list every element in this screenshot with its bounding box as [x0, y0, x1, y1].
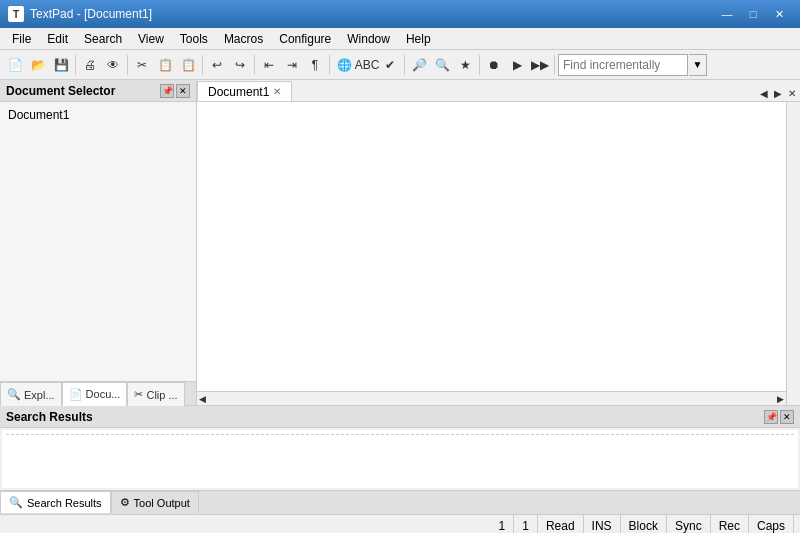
play-all-button[interactable]: ▶▶ — [529, 54, 551, 76]
menu-item-view[interactable]: View — [130, 30, 172, 48]
app-icon: T — [8, 6, 24, 22]
toolbar-sep-4 — [254, 55, 255, 75]
save-button[interactable]: 💾 — [50, 54, 72, 76]
editor-close-button[interactable]: ✕ — [786, 86, 798, 101]
search-results-section: Search Results 📌 ✕ — [0, 405, 800, 488]
editor-scrollbar-vertical[interactable] — [786, 102, 800, 405]
paste-button[interactable]: 📋 — [177, 54, 199, 76]
toolbar-sep-1 — [75, 55, 76, 75]
search-results-tab-icon: 🔍 — [9, 496, 23, 509]
sidebar-content: Document1 — [0, 102, 196, 381]
document-tab[interactable]: Document1 ✕ — [197, 81, 292, 101]
editor-scrollbar-horizontal[interactable]: ◀ ▶ — [197, 391, 786, 405]
status-sync: Sync — [667, 515, 711, 533]
search-results-title: Search Results — [6, 410, 93, 424]
menu-item-window[interactable]: Window — [339, 30, 398, 48]
main-area: Document Selector 📌 ✕ Document1 🔍 Expl..… — [0, 80, 800, 405]
tab-scroll-right[interactable]: ▶ — [772, 86, 784, 101]
copy-button[interactable]: 📋 — [154, 54, 176, 76]
sidebar-header: Document Selector 📌 ✕ — [0, 80, 196, 102]
status-line: 1 — [491, 515, 515, 533]
clips-icon: ✂ — [134, 388, 143, 401]
find-down-button[interactable]: ▼ — [689, 54, 707, 76]
title-bar: T TextPad - [Document1] — □ ✕ — [0, 0, 800, 28]
app-title: TextPad - [Document1] — [30, 7, 708, 21]
open-button[interactable]: 📂 — [27, 54, 49, 76]
search-results-controls: 📌 ✕ — [764, 410, 794, 424]
editor-content: ◀ ▶ — [197, 102, 800, 405]
check-button[interactable]: ✔ — [379, 54, 401, 76]
status-bar: 1 1 Read INS Block Sync Rec Caps — [0, 514, 800, 533]
menu-item-search[interactable]: Search — [76, 30, 130, 48]
list-item[interactable]: Document1 — [4, 106, 192, 124]
bookmark-button[interactable]: ★ — [454, 54, 476, 76]
toolbar-sep-5 — [329, 55, 330, 75]
status-caps: Caps — [749, 515, 794, 533]
search-results-header: Search Results 📌 ✕ — [0, 406, 800, 428]
search-results-pin-button[interactable]: 📌 — [764, 410, 778, 424]
scroll-right-arrow[interactable]: ▶ — [777, 394, 784, 404]
para-button[interactable]: ¶ — [304, 54, 326, 76]
sidebar-close-button[interactable]: ✕ — [176, 84, 190, 98]
status-block: Block — [621, 515, 667, 533]
toolbar-sep-2 — [127, 55, 128, 75]
status-ins: INS — [584, 515, 621, 533]
bottom-tabs: 🔍 Search Results ⚙ Tool Output — [0, 490, 800, 514]
explorer-icon: 🔍 — [7, 388, 21, 401]
bottom-tab-search-results[interactable]: 🔍 Search Results — [0, 491, 111, 513]
search-toolbar-button[interactable]: 🔎 — [408, 54, 430, 76]
toolbar-sep-3 — [202, 55, 203, 75]
title-controls: — □ ✕ — [714, 4, 792, 24]
cut-button[interactable]: ✂ — [131, 54, 153, 76]
sidebar-tab-documents-label: Docu... — [86, 388, 121, 400]
record-button[interactable]: ⏺ — [483, 54, 505, 76]
toolbar-sep-8 — [554, 55, 555, 75]
menu-item-file[interactable]: File — [4, 30, 39, 48]
editor-area: Document1 ✕ ◀ ▶ ✕ ◀ ▶ — [197, 80, 800, 405]
status-read: Read — [538, 515, 584, 533]
search-results-close-button[interactable]: ✕ — [780, 410, 794, 424]
outdent-button[interactable]: ⇥ — [281, 54, 303, 76]
tool-output-tab-label: Tool Output — [134, 497, 190, 509]
bottom-tab-tool-output[interactable]: ⚙ Tool Output — [111, 491, 199, 513]
menu-item-macros[interactable]: Macros — [216, 30, 271, 48]
undo-button[interactable]: ↩ — [206, 54, 228, 76]
document-tab-close[interactable]: ✕ — [273, 86, 281, 97]
sidebar-pin-button[interactable]: 📌 — [160, 84, 174, 98]
tool-output-tab-icon: ⚙ — [120, 496, 130, 509]
documents-icon: 📄 — [69, 388, 83, 401]
status-col: 1 — [514, 515, 538, 533]
toolbar-sep-7 — [479, 55, 480, 75]
sidebar-tab-documents[interactable]: 📄 Docu... — [62, 382, 128, 406]
menu-item-configure[interactable]: Configure — [271, 30, 339, 48]
menu-item-tools[interactable]: Tools — [172, 30, 216, 48]
maximize-button[interactable]: □ — [740, 4, 766, 24]
editor-textarea[interactable] — [201, 104, 786, 391]
search2-toolbar-button[interactable]: 🔍 — [431, 54, 453, 76]
search-results-tab-label: Search Results — [27, 497, 102, 509]
redo-button[interactable]: ↪ — [229, 54, 251, 76]
new-button[interactable]: 📄 — [4, 54, 26, 76]
print-preview-button[interactable]: 👁 — [102, 54, 124, 76]
sidebar-header-buttons: 📌 ✕ — [160, 84, 190, 98]
close-button[interactable]: ✕ — [766, 4, 792, 24]
minimize-button[interactable]: — — [714, 4, 740, 24]
sidebar-tabs: 🔍 Expl... 📄 Docu... ✂ Clip ... — [0, 381, 196, 405]
scroll-left-arrow[interactable]: ◀ — [199, 394, 206, 404]
sidebar-title: Document Selector — [6, 84, 115, 98]
web-button[interactable]: 🌐 — [333, 54, 355, 76]
search-results-panel[interactable] — [2, 430, 798, 488]
spell-button[interactable]: ABC — [356, 54, 378, 76]
print-button[interactable]: 🖨 — [79, 54, 101, 76]
tab-scroll-left[interactable]: ◀ — [758, 86, 770, 101]
indent-button[interactable]: ⇤ — [258, 54, 280, 76]
sidebar-tab-explorer[interactable]: 🔍 Expl... — [0, 382, 62, 406]
find-incrementally-input[interactable] — [558, 54, 688, 76]
play-button[interactable]: ▶ — [506, 54, 528, 76]
sidebar-tab-clips-label: Clip ... — [146, 389, 177, 401]
tab-bar-controls: ◀ ▶ ✕ — [758, 86, 800, 101]
menu-item-help[interactable]: Help — [398, 30, 439, 48]
sidebar-tab-explorer-label: Expl... — [24, 389, 55, 401]
sidebar-tab-clips[interactable]: ✂ Clip ... — [127, 382, 184, 406]
menu-item-edit[interactable]: Edit — [39, 30, 76, 48]
